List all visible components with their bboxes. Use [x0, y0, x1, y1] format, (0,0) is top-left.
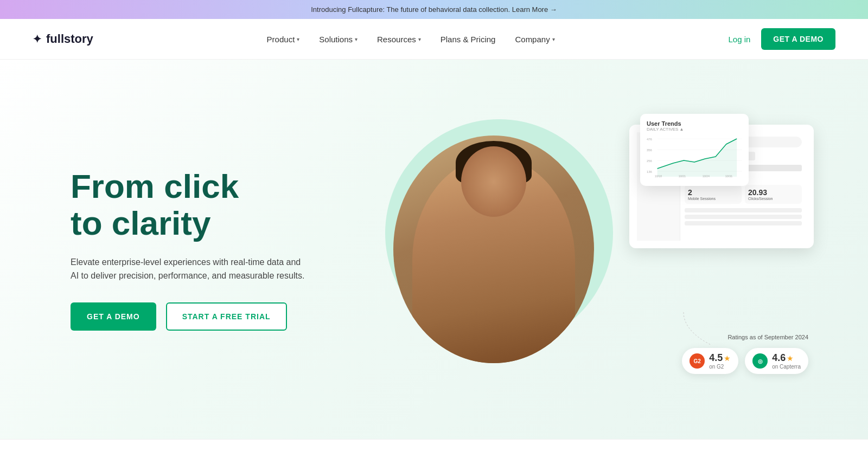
nav-resources[interactable]: Resources ▾ — [377, 35, 421, 44]
nav-plans-pricing[interactable]: Plans & Pricing — [441, 35, 496, 44]
g2-rating-badge: G2 4.5 ★ on G2 — [682, 348, 738, 374]
svg-text:10/21: 10/21 — [679, 175, 686, 178]
clicks-label: Clicks/Session — [748, 197, 799, 201]
capterra-icon: ◎ — [752, 353, 768, 369]
mobile-sessions-metric: 2 Mobile Sessions — [685, 185, 742, 204]
mobile-sessions-label: Mobile Sessions — [688, 197, 738, 201]
ratings-section: Ratings as of September 2024 G2 4.5 ★ on… — [682, 334, 808, 374]
capterra-star-icon: ★ — [787, 354, 794, 363]
login-link[interactable]: Log in — [728, 35, 750, 44]
announcement-text: Introducing Fullcapture: The future of b… — [311, 5, 510, 14]
announcement-link[interactable]: Learn More → — [512, 5, 557, 14]
svg-text:10/18: 10/18 — [655, 175, 662, 178]
announcement-bar: Introducing Fullcapture: The future of b… — [0, 0, 868, 19]
logo-icon: ✦ — [33, 33, 42, 46]
svg-text:10/24: 10/24 — [703, 175, 710, 178]
clicks-value: 20.93 — [748, 188, 799, 197]
session-row-1 — [685, 208, 802, 212]
ratings-label: Ratings as of September 2024 — [727, 334, 808, 340]
capterra-rating-badge: ◎ 4.6 ★ on Capterra — [745, 348, 808, 374]
dash-bar3 — [745, 165, 802, 171]
trends-card: User Trends DAILY ACTIVES ▲ 476 356 256 … — [640, 114, 749, 186]
person-silhouette — [412, 157, 575, 363]
svg-text:476: 476 — [647, 138, 652, 141]
nav-links: Product ▾ Solutions ▾ Resources ▾ Plans … — [267, 35, 555, 44]
hero-buttons: GET A DEMO START A FREE TRIAL — [71, 302, 342, 331]
capterra-platform: on Capterra — [772, 364, 801, 370]
g2-score-group: 4.5 ★ on G2 — [709, 352, 731, 370]
logo[interactable]: ✦ fullstory — [33, 32, 93, 46]
g2-icon: G2 — [690, 353, 705, 369]
svg-text:10/31: 10/31 — [725, 175, 732, 178]
svg-text:136: 136 — [647, 170, 652, 173]
person-head — [461, 146, 526, 217]
capterra-score: 4.6 — [772, 352, 786, 364]
hero-subtitle: Elevate enterprise-level experiences wit… — [71, 255, 309, 283]
hero-title: From click to clarity — [71, 168, 342, 242]
g2-platform: on G2 — [709, 364, 731, 370]
nav-get-demo-button[interactable]: GET A DEMO — [761, 28, 835, 50]
hero-content: From click to clarity Elevate enterprise… — [71, 168, 342, 331]
svg-text:356: 356 — [647, 149, 652, 152]
start-trial-button[interactable]: START A FREE TRIAL — [166, 302, 287, 331]
hero-section: From click to clarity Elevate enterprise… — [0, 60, 868, 439]
nav-solutions[interactable]: Solutions ▾ — [319, 35, 358, 44]
svg-text:256: 256 — [647, 159, 652, 163]
trends-title: User Trends — [647, 120, 742, 127]
trends-subtitle: DAILY ACTIVES ▲ — [647, 127, 742, 132]
logo-text: fullstory — [46, 32, 93, 46]
session-row-2 — [685, 215, 802, 219]
dash-metrics: 2 Mobile Sessions 20.93 Clicks/Session — [685, 185, 802, 204]
svg-marker-8 — [658, 139, 737, 177]
navigation: ✦ fullstory Product ▾ Solutions ▾ Resour… — [0, 19, 868, 60]
dash-sessions — [685, 208, 802, 225]
session-row-3 — [685, 221, 802, 225]
trusted-section: The most trusted name in behavioral data… — [0, 439, 868, 458]
nav-company[interactable]: Company ▾ — [515, 35, 554, 44]
hero-visual: CompanyName Home Notifications Notes 🔍 S… — [342, 92, 825, 407]
trends-chart: 476 356 256 136 10/18 10/21 10 — [647, 136, 742, 179]
nav-actions: Log in GET A DEMO — [728, 28, 835, 50]
hero-person-image — [393, 136, 594, 363]
g2-star-icon: ★ — [724, 354, 731, 363]
nav-product[interactable]: Product ▾ — [267, 35, 300, 44]
get-demo-button[interactable]: GET A DEMO — [71, 302, 156, 331]
mobile-sessions-value: 2 — [688, 188, 738, 197]
g2-score: 4.5 — [709, 352, 723, 364]
ratings-row: G2 4.5 ★ on G2 ◎ 4.6 ★ — [682, 348, 808, 374]
clicks-metric: 20.93 Clicks/Session — [745, 185, 802, 204]
capterra-score-group: 4.6 ★ on Capterra — [772, 352, 801, 370]
